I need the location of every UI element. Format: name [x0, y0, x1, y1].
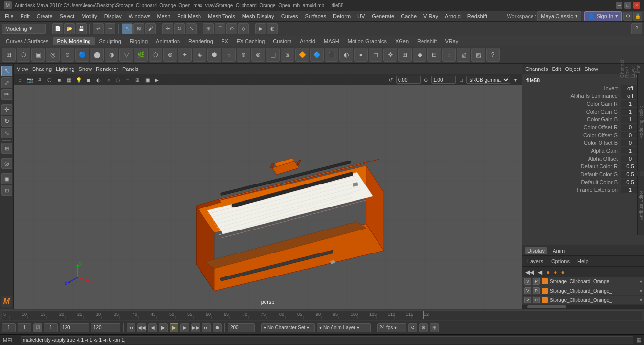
vp-light-btn[interactable]: 💡: [74, 75, 83, 84]
vp-aa-btn[interactable]: ≋: [104, 75, 112, 84]
help-label[interactable]: Help: [576, 258, 591, 265]
shelf-tool-18[interactable]: ⊗: [251, 48, 265, 62]
menu-mesh[interactable]: Mesh: [154, 12, 173, 20]
minimize-button[interactable]: ─: [616, 2, 622, 9]
shelf-tool-28[interactable]: ⊞: [398, 48, 412, 62]
vp-value2-input[interactable]: [431, 76, 456, 84]
cmd-icon-1[interactable]: ▦: [636, 337, 641, 343]
anim-tab[interactable]: Anim: [551, 247, 567, 254]
shelf-tab-sculpting[interactable]: Sculpting: [95, 37, 125, 45]
paint-tool-btn[interactable]: ✏: [1, 89, 12, 100]
menu-curves[interactable]: Curves: [278, 12, 301, 20]
vp-dof-btn[interactable]: ◌: [113, 75, 122, 84]
vp-ao-btn[interactable]: ◐: [94, 75, 103, 84]
shelf-tool-33[interactable]: ▨: [471, 48, 485, 62]
render-icon[interactable]: ▶: [255, 23, 266, 34]
lock-icon[interactable]: 🔒: [633, 12, 642, 21]
layer-arrow-3[interactable]: ●: [545, 269, 551, 276]
shelf-tab-fx[interactable]: FX: [218, 37, 232, 45]
select-tool-btn[interactable]: ↖: [1, 66, 12, 76]
shelf-tab-arnold[interactable]: Arnold: [296, 37, 319, 45]
no-anim-layer-dropdown[interactable]: ▾ No Anim Layer ▾: [317, 323, 371, 332]
play-fwd-btn[interactable]: ▶: [170, 323, 178, 332]
help-icon[interactable]: ?: [631, 23, 642, 34]
frame-input-2[interactable]: [18, 323, 31, 332]
menu-uv[interactable]: UV: [355, 12, 368, 20]
vp-menu-panels[interactable]: Panels: [122, 66, 139, 72]
layer-arrow-2[interactable]: ◀: [537, 269, 543, 276]
layer-vis-2[interactable]: V: [524, 287, 531, 294]
vp-expand-icon[interactable]: ▾: [511, 75, 520, 84]
shelf-tool-13[interactable]: ✦: [178, 48, 192, 62]
vp-shadow-btn[interactable]: ◼: [84, 75, 93, 84]
play-back-btn[interactable]: ▶: [159, 323, 168, 332]
shelf-tool-4[interactable]: ◎: [46, 48, 60, 62]
menu-edit[interactable]: Edit: [18, 12, 33, 20]
range-end-display[interactable]: 200: [228, 323, 255, 332]
vp-wireframe-btn[interactable]: ⬡: [45, 75, 54, 84]
vp-menu-lighting[interactable]: Lighting: [56, 66, 75, 72]
shelf-tool-34[interactable]: ?: [486, 48, 500, 62]
vp-value1-input[interactable]: [396, 76, 421, 84]
scale-tool-btn[interactable]: ⤡: [1, 128, 12, 138]
shelf-tool-25[interactable]: ●: [354, 48, 368, 62]
shelf-tool-16[interactable]: ⟐: [222, 48, 236, 62]
menu-surfaces[interactable]: Surfaces: [302, 12, 329, 20]
shelf-tool-6[interactable]: 🔵: [75, 48, 89, 62]
close-button[interactable]: ✕: [633, 2, 640, 9]
rotate-icon[interactable]: ↻: [174, 23, 185, 34]
vp-grid-btn[interactable]: #: [35, 75, 44, 84]
record-btn[interactable]: ⏺: [213, 323, 222, 332]
frame-input-3[interactable]: [44, 323, 58, 332]
skip-fwd-btn[interactable]: ⏭: [202, 323, 211, 332]
edit-label[interactable]: Edit: [552, 66, 561, 72]
display-tab[interactable]: Display: [525, 247, 547, 254]
no-char-set-dropdown[interactable]: ▾ No Character Set ▾: [261, 323, 315, 332]
new-scene-icon[interactable]: 📄: [52, 23, 63, 34]
shelf-tab-animation[interactable]: Animation: [152, 37, 184, 45]
vp-gate-btn[interactable]: ▣: [143, 75, 152, 84]
playbar-settings-icon[interactable]: ⚙: [419, 323, 428, 332]
shelf-tool-22[interactable]: 🔷: [310, 48, 324, 62]
shelf-tool-1[interactable]: ⊞: [2, 48, 16, 62]
shelf-tool-8[interactable]: ◑: [105, 48, 118, 62]
undo-icon[interactable]: ↩: [93, 23, 104, 34]
maximize-button[interactable]: □: [624, 2, 631, 9]
shelf-tool-24[interactable]: ◐: [339, 48, 353, 62]
viewport[interactable]: View Shading Lighting Show Renderer Pane…: [14, 64, 522, 309]
menu-cache[interactable]: Cache: [398, 12, 420, 20]
shelf-tool-32[interactable]: ▧: [457, 48, 470, 62]
skip-back-btn[interactable]: ⏮: [127, 323, 135, 332]
open-scene-icon[interactable]: 📂: [64, 23, 75, 34]
layer-arrow-5[interactable]: ●: [560, 269, 566, 276]
menu-edit-mesh[interactable]: Edit Mesh: [174, 12, 204, 20]
shelf-tool-10[interactable]: 🌿: [134, 48, 148, 62]
vp-hud-btn[interactable]: ⊞: [133, 75, 142, 84]
shelf-tool-19[interactable]: ◫: [266, 48, 280, 62]
layers-scrollbar[interactable]: [522, 305, 644, 309]
frame-range-end[interactable]: 120: [91, 323, 120, 332]
command-input[interactable]: [21, 336, 633, 344]
shelf-tool-11[interactable]: ⬡: [149, 48, 162, 62]
snap-together-btn[interactable]: ▣: [1, 173, 12, 184]
object-label[interactable]: Object: [565, 66, 580, 72]
menu-deform[interactable]: Deform: [330, 12, 354, 20]
shelf-tool-20[interactable]: ⊠: [281, 48, 294, 62]
shelf-tool-15[interactable]: ⬢: [207, 48, 221, 62]
timeline-track[interactable]: 5 10 15 20 25 30 35 40 45 50 55 60 65 70…: [2, 310, 642, 320]
layer-vis-1[interactable]: V: [524, 278, 531, 285]
show-manip-btn[interactable]: ⊞: [1, 143, 12, 154]
vp-camera-btn[interactable]: 📷: [25, 75, 34, 84]
vp-texture-btn[interactable]: ▦: [65, 75, 73, 84]
menu-redshift[interactable]: Redshift: [465, 12, 490, 20]
shelf-tab-xgen[interactable]: XGen: [391, 37, 413, 45]
shelf-tab-curves[interactable]: Curves / Surfaces: [2, 37, 52, 45]
next-key-btn[interactable]: ▶▶: [191, 323, 200, 332]
shelf-tab-poly[interactable]: Poly Modeling: [53, 37, 94, 45]
menu-arnold[interactable]: Arnold: [442, 12, 464, 20]
shelf-tool-7[interactable]: ⬤: [90, 48, 104, 62]
menu-modify[interactable]: Modify: [78, 12, 100, 20]
menu-file[interactable]: File: [2, 12, 17, 20]
menu-vray[interactable]: V-Ray: [421, 12, 441, 20]
snap-grid-icon[interactable]: ⊞: [203, 23, 214, 34]
